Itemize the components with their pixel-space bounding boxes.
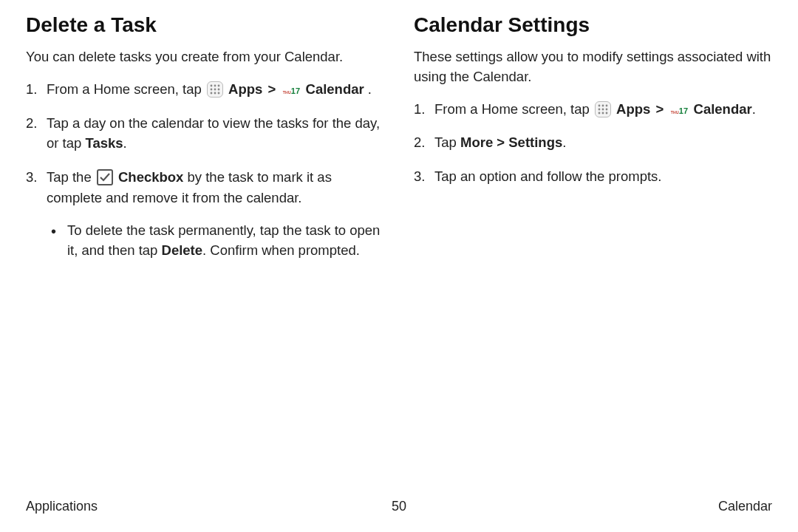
- text: .: [368, 81, 372, 97]
- svg-point-5: [217, 89, 219, 91]
- steps-calendar-settings: From a Home screen, tap Apps > THU17 Cal…: [414, 99, 772, 187]
- text: Tap: [434, 134, 460, 150]
- footer-left: Applications: [26, 499, 98, 514]
- step-1: From a Home screen, tap Apps > THU17 Cal…: [434, 99, 772, 120]
- text: .: [562, 134, 566, 150]
- chevron-icon: >: [654, 101, 665, 117]
- substeps: To delete the task permanently, tap the …: [47, 220, 384, 262]
- svg-point-17: [605, 112, 607, 114]
- text: . Confirm when prompted.: [202, 242, 360, 258]
- svg-point-0: [210, 85, 212, 87]
- intro-delete-task: You can delete tasks you create from you…: [26, 47, 384, 67]
- svg-point-3: [210, 89, 212, 91]
- calendar-icon-dow: THU: [671, 110, 679, 115]
- calendar-icon-dow: THU: [283, 90, 291, 95]
- footer-page-number: 50: [392, 499, 406, 514]
- apps-label: Apps: [616, 101, 650, 117]
- svg-point-2: [217, 85, 219, 87]
- checkbox-label: Checkbox: [118, 169, 183, 185]
- chevron-text: >: [493, 134, 508, 150]
- svg-point-9: [598, 104, 600, 106]
- calendar-icon: THU17: [670, 101, 688, 117]
- step-1: From a Home screen, tap Apps > THU17 Cal…: [47, 79, 384, 100]
- svg-point-16: [601, 112, 604, 114]
- text: From a Home screen, tap: [47, 81, 205, 97]
- svg-point-8: [217, 92, 219, 95]
- step-2: Tap a day on the calendar to view the ta…: [47, 113, 384, 154]
- calendar-label: Calendar: [306, 81, 368, 97]
- calendar-label: Calendar: [694, 101, 752, 117]
- delete-label: Delete: [162, 242, 203, 258]
- svg-point-11: [605, 104, 607, 106]
- svg-point-15: [598, 112, 600, 114]
- svg-point-12: [598, 108, 600, 110]
- tasks-label: Tasks: [85, 135, 123, 151]
- text: Tap the: [47, 169, 95, 185]
- apps-label: Apps: [228, 81, 262, 97]
- text: .: [123, 135, 127, 151]
- substep-1: To delete the task permanently, tap the …: [67, 220, 384, 262]
- text: From a Home screen, tap: [434, 101, 593, 117]
- text: .: [752, 101, 756, 117]
- calendar-icon-num: 17: [679, 106, 688, 115]
- calendar-icon-num: 17: [291, 86, 300, 95]
- svg-point-10: [601, 104, 604, 106]
- checkbox-icon: [97, 169, 113, 185]
- intro-calendar-settings: These settings allow you to modify setti…: [414, 47, 772, 87]
- step-3: Tap the Checkbox by the task to mark it …: [47, 167, 384, 261]
- apps-icon: [595, 101, 611, 117]
- apps-icon: [207, 81, 223, 98]
- heading-calendar-settings: Calendar Settings: [414, 13, 772, 37]
- steps-delete-task: From a Home screen, tap Apps > THU17 Cal…: [26, 79, 384, 261]
- settings-label: Settings: [508, 134, 562, 150]
- more-label: More: [460, 134, 493, 150]
- footer-right: Calendar: [718, 499, 772, 514]
- svg-point-14: [605, 108, 607, 110]
- step-3: Tap an option and follow the prompts.: [434, 166, 772, 187]
- page-footer: Applications 50 Calendar: [26, 499, 772, 514]
- step-2: Tap More > Settings.: [434, 132, 772, 153]
- svg-point-1: [214, 85, 216, 87]
- heading-delete-task: Delete a Task: [26, 13, 384, 37]
- left-column: Delete a Task You can delete tasks you c…: [26, 13, 384, 274]
- chevron-icon: >: [266, 81, 277, 97]
- right-column: Calendar Settings These settings allow y…: [414, 13, 772, 274]
- svg-point-7: [214, 92, 216, 95]
- svg-point-6: [210, 92, 212, 95]
- svg-point-13: [601, 108, 604, 110]
- svg-point-4: [214, 89, 216, 91]
- calendar-icon: THU17: [282, 81, 300, 98]
